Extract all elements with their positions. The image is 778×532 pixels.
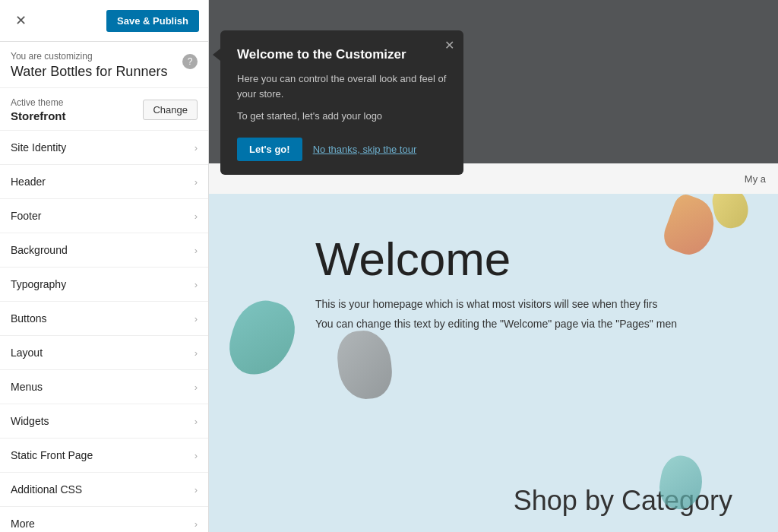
chevron-right-icon: › bbox=[194, 347, 198, 359]
customizing-label: You are customizing bbox=[11, 51, 167, 62]
active-theme-info: Active theme Storefront bbox=[11, 97, 66, 122]
chevron-right-icon: › bbox=[194, 450, 198, 461]
popup-title: Welcome to the Customizer bbox=[237, 47, 447, 62]
sidebar-item-background[interactable]: Background › bbox=[0, 233, 208, 268]
chevron-right-icon: › bbox=[194, 245, 198, 256]
sidebar-item-menus[interactable]: Menus › bbox=[0, 370, 208, 404]
nav-item-label: Footer bbox=[11, 210, 41, 222]
chevron-right-icon: › bbox=[194, 279, 198, 290]
nav-item-label: Layout bbox=[11, 347, 43, 359]
save-publish-button[interactable]: Save & Publish bbox=[106, 10, 199, 32]
welcome-popup: ✕ Welcome to the Customizer Here you can… bbox=[220, 30, 463, 175]
popup-actions: Let's go! No thanks, skip the tour bbox=[237, 138, 447, 161]
sidebar-item-footer[interactable]: Footer › bbox=[0, 199, 208, 233]
chevron-right-icon: › bbox=[194, 313, 198, 325]
lets-go-button[interactable]: Let's go! bbox=[237, 138, 302, 161]
nav-item-label: More bbox=[11, 518, 35, 530]
preview-area: ✕ Welcome to the Customizer Here you can… bbox=[209, 0, 778, 532]
sidebar-header: ✕ Save & Publish bbox=[0, 0, 208, 42]
nav-item-label: Static Front Page bbox=[11, 449, 93, 461]
chevron-right-icon: › bbox=[194, 176, 198, 188]
sidebar-item-static-front-page[interactable]: Static Front Page › bbox=[0, 439, 208, 473]
sidebar-item-additional-css[interactable]: Additional CSS › bbox=[0, 473, 208, 507]
nav-item-label: Menus bbox=[11, 381, 43, 393]
sidebar-item-buttons[interactable]: Buttons › bbox=[0, 302, 208, 336]
close-icon: ✕ bbox=[444, 39, 454, 52]
sidebar-item-header[interactable]: Header › bbox=[0, 165, 208, 199]
sidebar-item-site-identity[interactable]: Site Identity › bbox=[0, 131, 208, 165]
sidebar-item-more[interactable]: More › bbox=[0, 507, 208, 532]
popup-body2: To get started, let's add your logo bbox=[237, 109, 447, 124]
nav-item-label: Header bbox=[11, 176, 46, 188]
nav-list: Site Identity › Header › Footer › Backgr… bbox=[0, 131, 208, 532]
sidebar-item-typography[interactable]: Typography › bbox=[0, 268, 208, 302]
active-theme-section: Active theme Storefront Change bbox=[0, 88, 208, 131]
nav-item-label: Site Identity bbox=[11, 141, 66, 154]
close-icon: ✕ bbox=[15, 12, 27, 29]
sidebar-item-layout[interactable]: Layout › bbox=[0, 336, 208, 370]
nav-item-label: Buttons bbox=[11, 312, 46, 325]
nav-item-label: Additional CSS bbox=[11, 483, 82, 496]
popup-body1: Here you can control the overall look an… bbox=[237, 71, 447, 101]
chevron-right-icon: › bbox=[194, 484, 198, 496]
welcome-subtext2: You can change this text by editing the … bbox=[315, 318, 763, 330]
chevron-right-icon: › bbox=[194, 416, 198, 427]
chevron-right-icon: › bbox=[194, 518, 198, 530]
my-account-text: My a bbox=[745, 173, 766, 185]
close-button[interactable]: ✕ bbox=[9, 9, 32, 32]
sidebar: ✕ Save & Publish You are customizing Wat… bbox=[0, 0, 209, 532]
chevron-right-icon: › bbox=[194, 382, 198, 393]
sidebar-item-widgets[interactable]: Widgets › bbox=[0, 404, 208, 439]
help-icon[interactable]: ? bbox=[182, 54, 198, 69]
nav-item-label: Typography bbox=[11, 278, 66, 290]
nav-item-label: Background bbox=[11, 244, 68, 256]
welcome-subtext1: This is your homepage which is what most… bbox=[315, 298, 763, 310]
nav-item-label: Widgets bbox=[11, 415, 49, 427]
chevron-right-icon: › bbox=[194, 211, 198, 222]
site-name: Water Bottles for Runners bbox=[11, 64, 167, 80]
customizing-text-block: You are customizing Water Bottles for Ru… bbox=[11, 51, 167, 80]
active-theme-label: Active theme bbox=[11, 97, 66, 108]
customizing-section: You are customizing Water Bottles for Ru… bbox=[0, 42, 208, 88]
popup-close-button[interactable]: ✕ bbox=[444, 38, 454, 52]
skip-tour-button[interactable]: No thanks, skip the tour bbox=[313, 144, 417, 155]
chevron-right-icon: › bbox=[194, 142, 198, 154]
change-theme-button[interactable]: Change bbox=[143, 100, 198, 120]
preview-content: My a Welcome This is your homepage which… bbox=[209, 163, 778, 532]
theme-name: Storefront bbox=[11, 109, 66, 122]
